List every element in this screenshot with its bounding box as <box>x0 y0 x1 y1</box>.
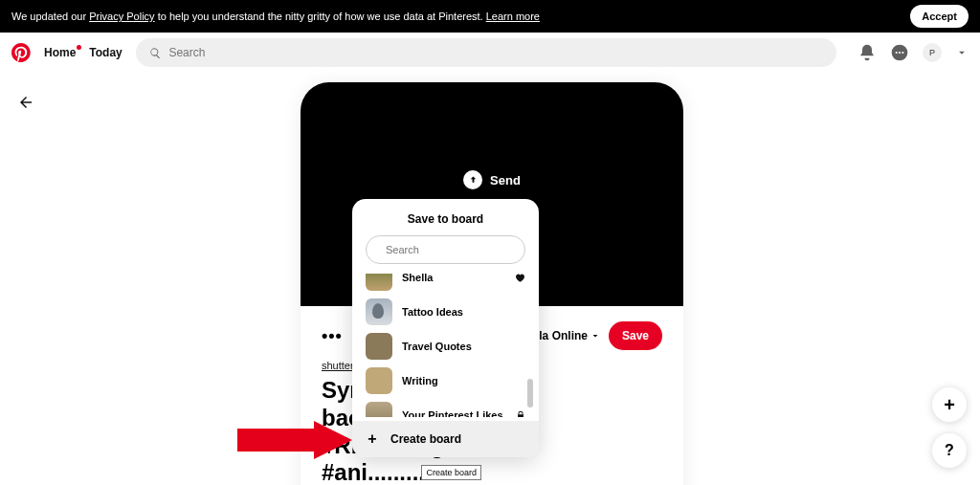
back-arrow-icon[interactable] <box>17 94 34 111</box>
create-board-button[interactable]: + Create board Create board <box>352 421 539 457</box>
board-row[interactable]: Your Pinterest Likes <box>352 398 539 417</box>
board-row[interactable]: Tattoo Ideas <box>352 295 539 329</box>
nav-home-label: Home <box>44 46 76 59</box>
privacy-text-mid: to help you understand the nitty gritty … <box>155 11 486 22</box>
board-label: Tattoo Ideas <box>402 306 525 318</box>
popover-title: Save to board <box>352 199 539 235</box>
board-row[interactable]: Writing <box>352 364 539 398</box>
chevron-down-icon <box>590 330 601 342</box>
save-button[interactable]: Save <box>609 321 662 350</box>
board-thumbnail <box>366 402 392 417</box>
privacy-text-pre: We updated our <box>11 11 89 22</box>
board-row[interactable]: Shella <box>352 274 539 295</box>
account-avatar[interactable]: P <box>923 43 942 62</box>
scrollbar-thumb[interactable] <box>527 379 533 408</box>
lock-icon <box>516 410 525 417</box>
board-row[interactable]: Travel Quotes <box>352 329 539 364</box>
board-thumbnail <box>366 367 392 394</box>
privacy-banner: We updated our Privacy Policy to help yo… <box>0 0 980 33</box>
top-nav: Home Today P <box>0 33 980 73</box>
nav-home[interactable]: Home <box>44 46 76 59</box>
red-arrow-annotation <box>237 421 352 459</box>
board-thumbnail <box>366 274 392 291</box>
create-board-tooltip: Create board <box>421 465 481 480</box>
save-to-board-popover: Save to board Shella Tattoo Ideas Travel… <box>352 199 539 457</box>
svg-point-3 <box>902 52 903 54</box>
search-input[interactable] <box>168 46 823 59</box>
pin-title-line4: #ani.......... <box>322 459 662 485</box>
board-label: Writing <box>402 375 525 386</box>
board-label: Your Pinterest Likes <box>402 409 506 417</box>
plus-icon: + <box>366 432 379 446</box>
board-label: Travel Quotes <box>402 341 525 352</box>
board-label: Shella <box>402 274 504 283</box>
chat-icon[interactable] <box>890 43 909 62</box>
create-board-label: Create board <box>390 432 461 446</box>
svg-point-1 <box>896 52 898 54</box>
board-thumbnail <box>366 298 392 325</box>
send-label: Send <box>490 173 521 187</box>
heart-icon <box>514 274 525 283</box>
chevron-down-icon[interactable] <box>955 46 969 59</box>
svg-point-2 <box>899 52 901 54</box>
board-search-input[interactable] <box>386 244 518 255</box>
more-options-icon[interactable]: ••• <box>322 326 343 346</box>
notification-dot-icon <box>77 45 81 50</box>
bell-icon[interactable] <box>858 43 877 62</box>
nav-today[interactable]: Today <box>89 46 122 59</box>
board-search[interactable] <box>366 235 525 264</box>
privacy-link-learn-more[interactable]: Learn more <box>486 11 540 22</box>
help-fab[interactable]: ? <box>932 433 967 468</box>
pinterest-logo-icon[interactable] <box>11 43 31 62</box>
page-body: Send ••• Perla Online Save <box>0 73 980 485</box>
send-icon <box>463 170 482 189</box>
accept-button[interactable]: Accept <box>910 5 969 28</box>
send-action[interactable]: Send <box>463 170 521 189</box>
privacy-link-policy[interactable]: Privacy Policy <box>89 11 154 22</box>
privacy-text: We updated our Privacy Policy to help yo… <box>11 11 540 22</box>
search-icon <box>149 47 162 59</box>
board-thumbnail <box>366 333 392 360</box>
add-fab[interactable]: + <box>932 387 967 422</box>
board-list: Shella Tattoo Ideas Travel Quotes Writin… <box>352 274 539 417</box>
search-bar[interactable] <box>136 38 836 67</box>
svg-marker-4 <box>237 421 352 459</box>
